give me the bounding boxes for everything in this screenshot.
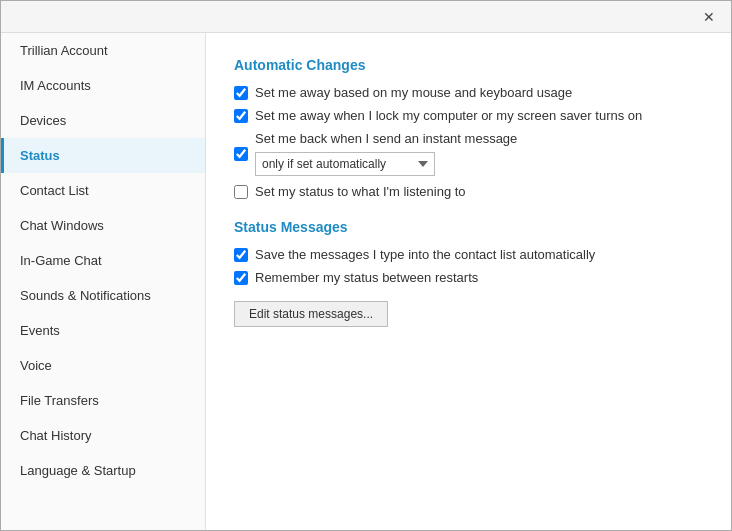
label-send-message: Set me back when I send an instant messa…	[255, 131, 703, 176]
sidebar-item-language-startup[interactable]: Language & Startup	[1, 453, 205, 488]
content-area: Trillian AccountIM AccountsDevicesStatus…	[1, 33, 731, 530]
checkbox-remember-status[interactable]	[234, 271, 248, 285]
sidebar-item-contact-list[interactable]: Contact List	[1, 173, 205, 208]
close-button[interactable]: ✕	[695, 3, 723, 31]
sidebar-item-sounds-notifications[interactable]: Sounds & Notifications	[1, 278, 205, 313]
sidebar-item-status[interactable]: Status	[1, 138, 205, 173]
sidebar-item-devices[interactable]: Devices	[1, 103, 205, 138]
label-listening: Set my status to what I'm listening to	[255, 184, 466, 199]
main-panel: Automatic Changes Set me away based on m…	[206, 33, 731, 530]
label-remember-status: Remember my status between restarts	[255, 270, 478, 285]
label-mouse-keyboard: Set me away based on my mouse and keyboa…	[255, 85, 572, 100]
sidebar-item-voice[interactable]: Voice	[1, 348, 205, 383]
sidebar-item-in-game-chat[interactable]: In-Game Chat	[1, 243, 205, 278]
checkbox-row-remember-status: Remember my status between restarts	[234, 270, 703, 285]
label-save-messages: Save the messages I type into the contac…	[255, 247, 595, 262]
sidebar-item-events[interactable]: Events	[1, 313, 205, 348]
title-bar: ✕	[1, 1, 731, 33]
sidebar-item-file-transfers[interactable]: File Transfers	[1, 383, 205, 418]
checkbox-save-messages[interactable]	[234, 248, 248, 262]
checkbox-row-send-message: Set me back when I send an instant messa…	[234, 131, 703, 176]
checkbox-lock-screen[interactable]	[234, 109, 248, 123]
status-messages-title: Status Messages	[234, 219, 703, 235]
auto-set-dropdown[interactable]: only if set automatically always never	[255, 152, 435, 176]
checkbox-send-message[interactable]	[234, 147, 248, 161]
edit-status-messages-button[interactable]: Edit status messages...	[234, 301, 388, 327]
sidebar-item-im-accounts[interactable]: IM Accounts	[1, 68, 205, 103]
label-lock-screen: Set me away when I lock my computer or m…	[255, 108, 642, 123]
checkbox-row-lock-screen: Set me away when I lock my computer or m…	[234, 108, 703, 123]
checkbox-row-save-messages: Save the messages I type into the contac…	[234, 247, 703, 262]
checkbox-row-listening: Set my status to what I'm listening to	[234, 184, 703, 199]
checkbox-listening[interactable]	[234, 185, 248, 199]
sidebar-item-chat-windows[interactable]: Chat Windows	[1, 208, 205, 243]
sidebar: Trillian AccountIM AccountsDevicesStatus…	[1, 33, 206, 530]
sidebar-item-chat-history[interactable]: Chat History	[1, 418, 205, 453]
automatic-changes-title: Automatic Changes	[234, 57, 703, 73]
checkbox-row-mouse-keyboard: Set me away based on my mouse and keyboa…	[234, 85, 703, 100]
settings-window: ✕ Trillian AccountIM AccountsDevicesStat…	[0, 0, 732, 531]
sidebar-item-trillian-account[interactable]: Trillian Account	[1, 33, 205, 68]
checkbox-mouse-keyboard[interactable]	[234, 86, 248, 100]
